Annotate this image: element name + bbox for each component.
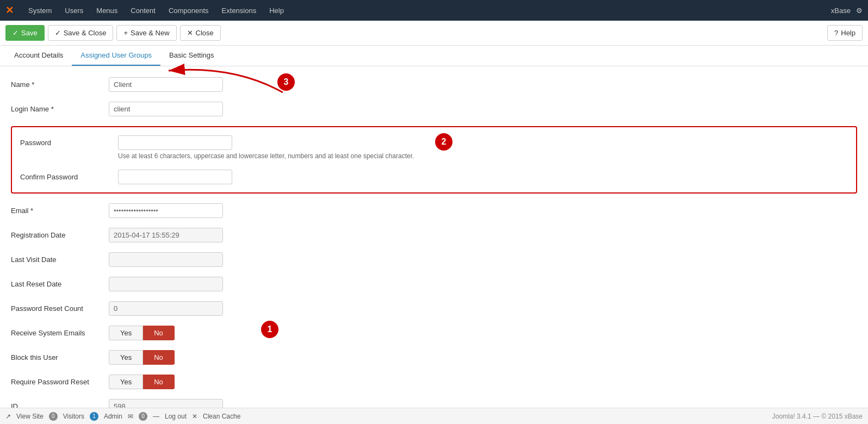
nav-users[interactable]: Users <box>58 0 90 21</box>
require-reset-label: Require Password Reset <box>11 375 109 386</box>
email-input-wrap <box>109 203 223 218</box>
top-navigation: ✕ System Users Menus Content Components … <box>0 0 868 21</box>
tabs-bar: Account Details Assigned User Groups Bas… <box>0 46 868 66</box>
password-row: Password Use at least 6 characters, uppe… <box>20 135 848 160</box>
block-user-label: Block this User <box>11 350 109 361</box>
last-visit-date-row: Last Visit Date <box>11 252 857 267</box>
nav-menu: System Users Menus Content Components Ex… <box>22 0 831 21</box>
require-reset-no[interactable]: No <box>143 375 175 389</box>
last-reset-date-input <box>109 277 223 291</box>
block-user-toggle-group: Yes No <box>109 350 175 365</box>
confirm-password-row: Confirm Password <box>20 170 848 184</box>
require-reset-toggle: Yes No <box>109 375 175 389</box>
visitors-badge: 0 <box>49 412 58 421</box>
confirm-password-input[interactable] <box>118 170 232 184</box>
xbase-link[interactable]: xBase <box>831 7 851 15</box>
footer-bar: ↗ View Site 0 Visitors 1 Admin ✉ 0 — Log… <box>0 408 868 424</box>
main-content: Name * Login Name * Password Use at leas… <box>0 66 868 424</box>
receive-emails-no[interactable]: No <box>143 326 175 340</box>
help-button[interactable]: ? Help <box>827 25 863 41</box>
confirm-password-label: Confirm Password <box>20 170 118 181</box>
block-user-yes[interactable]: Yes <box>109 350 143 365</box>
receive-emails-yes[interactable]: Yes <box>109 326 143 340</box>
help-icon: ? <box>834 29 838 37</box>
password-input-wrap: Use at least 6 characters, uppercase and… <box>118 135 414 160</box>
admin-label: Admin <box>104 413 122 420</box>
visitors-label: Visitors <box>63 413 84 420</box>
admin-badge: 1 <box>90 412 98 421</box>
block-user-toggle: Yes No <box>109 350 175 365</box>
password-reset-count-label: Password Reset Count <box>11 301 109 313</box>
password-label: Password <box>20 135 118 147</box>
logout-separator: — <box>153 413 159 420</box>
name-label: Name * <box>11 77 109 89</box>
confirm-password-input-wrap <box>118 170 232 184</box>
messages-badge: 0 <box>139 412 147 421</box>
save-icon: ✓ <box>13 29 18 37</box>
clean-cache-icon: ✕ <box>192 413 197 420</box>
nav-help[interactable]: Help <box>263 0 290 21</box>
login-name-input-wrap <box>109 102 223 116</box>
tab-basic-settings[interactable]: Basic Settings <box>160 46 222 66</box>
gear-icon[interactable]: ⚙ <box>856 7 863 15</box>
save-close-button[interactable]: ✓ Save & Close <box>48 25 114 41</box>
save-button[interactable]: ✓ Save <box>5 25 45 41</box>
require-reset-yes[interactable]: Yes <box>109 375 143 389</box>
last-reset-date-input-wrap <box>109 277 223 291</box>
email-row: Email * <box>11 203 857 218</box>
save-label: Save <box>21 29 38 37</box>
save-close-label: Save & Close <box>64 29 107 37</box>
tab-assigned-user-groups[interactable]: Assigned User Groups <box>72 46 160 66</box>
password-help-text: Use at least 6 characters, uppercase and… <box>118 152 414 160</box>
login-name-input[interactable] <box>109 102 223 116</box>
nav-content[interactable]: Content <box>124 0 162 21</box>
nav-system[interactable]: System <box>22 0 58 21</box>
last-visit-date-label: Last Visit Date <box>11 252 109 264</box>
close-label: Close <box>196 29 214 37</box>
clean-cache-link[interactable]: Clean Cache <box>203 413 240 420</box>
messages-icon: ✉ <box>128 413 133 420</box>
save-new-icon: + <box>123 29 128 37</box>
help-label: Help <box>841 29 855 37</box>
toolbar: ✓ Save ✓ Save & Close + Save & New ✕ Clo… <box>0 21 868 46</box>
view-site-link[interactable]: View Site <box>16 413 44 420</box>
receive-emails-toggle: Yes No <box>109 326 175 340</box>
save-new-button[interactable]: + Save & New <box>116 25 176 41</box>
login-name-row: Login Name * <box>11 102 857 116</box>
close-icon: ✕ <box>187 29 193 37</box>
password-section: Password Use at least 6 characters, uppe… <box>11 126 857 194</box>
login-name-label: Login Name * <box>11 102 109 113</box>
password-reset-count-input <box>109 301 223 316</box>
block-user-row: Block this User Yes No <box>11 350 857 365</box>
save-new-label: Save & New <box>131 29 170 37</box>
view-site-icon: ↗ <box>5 413 11 420</box>
nav-menus[interactable]: Menus <box>90 0 124 21</box>
password-reset-count-row: Password Reset Count <box>11 301 857 316</box>
tab-account-details[interactable]: Account Details <box>5 46 72 66</box>
version-text: Joomla! 3.4.1 — © 2015 xBase <box>772 413 863 420</box>
receive-emails-label: Receive System Emails <box>11 326 109 337</box>
name-row: Name * <box>11 77 857 92</box>
logout-link[interactable]: Log out <box>165 413 187 420</box>
email-input[interactable] <box>109 203 223 218</box>
name-input[interactable] <box>109 77 223 92</box>
require-reset-row: Require Password Reset Yes No <box>11 375 857 389</box>
receive-emails-row: Receive System Emails Yes No <box>11 326 857 340</box>
registration-date-input-wrap <box>109 228 223 242</box>
last-reset-date-row: Last Reset Date <box>11 277 857 291</box>
receive-emails-toggle-group: Yes No <box>109 326 175 340</box>
registration-date-input <box>109 228 223 242</box>
nav-right: xBase ⚙ <box>831 7 863 15</box>
joomla-logo: ✕ <box>5 4 14 16</box>
block-user-no[interactable]: No <box>143 350 175 365</box>
nav-extensions[interactable]: Extensions <box>215 0 263 21</box>
registration-date-row: Registration Date <box>11 228 857 242</box>
save-close-icon: ✓ <box>55 29 61 37</box>
password-input[interactable] <box>118 135 232 150</box>
nav-components[interactable]: Components <box>162 0 215 21</box>
email-label: Email * <box>11 203 109 215</box>
last-visit-date-input-wrap <box>109 252 223 267</box>
name-input-wrap <box>109 77 223 92</box>
require-reset-toggle-group: Yes No <box>109 375 175 389</box>
close-button[interactable]: ✕ Close <box>180 25 221 41</box>
